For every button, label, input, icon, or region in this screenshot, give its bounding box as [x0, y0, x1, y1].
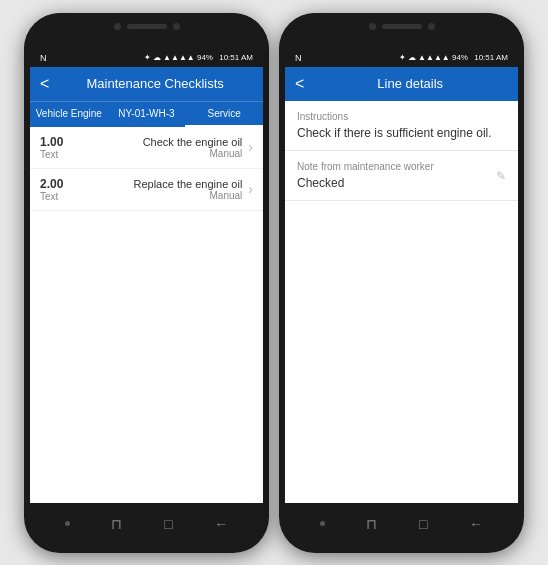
edit-icon[interactable]: ✎ — [496, 169, 506, 183]
chevron-1: › — [248, 139, 253, 155]
note-section: Note from maintenance worker Checked ✎ — [285, 151, 518, 201]
instructions-label: Instructions — [285, 101, 518, 124]
nav-dot-1 — [65, 521, 70, 526]
item-2-type: Text — [40, 191, 80, 202]
app-title-1: Maintenance Checklists — [57, 76, 253, 91]
recent-icon-2[interactable]: ⊓ — [366, 516, 377, 532]
camera-1 — [114, 23, 121, 30]
phone-bottom-1: ⊓ □ ← — [24, 503, 269, 545]
item-2-number: 2.00 — [40, 177, 80, 191]
status-time-1: 10:51 AM — [219, 53, 253, 62]
note-label: Note from maintenance worker — [285, 151, 518, 174]
item-2-desc: Replace the engine oil — [80, 178, 242, 190]
item-1-right: Check the engine oil Manual — [80, 136, 242, 159]
nav-dot-2 — [320, 521, 325, 526]
tab-vehicle-engine[interactable]: Vehicle Engine — [30, 102, 108, 127]
home-icon-2[interactable]: □ — [419, 516, 427, 532]
status-icons-1: ✦ ☁ ▲▲▲▲ 94% — [144, 53, 213, 62]
back-icon-2[interactable]: ← — [469, 516, 483, 532]
item-1-sub: Manual — [80, 148, 242, 159]
camera-4 — [428, 23, 435, 30]
item-2-right: Replace the engine oil Manual — [80, 178, 242, 201]
phone-1: N ✦ ☁ ▲▲▲▲ 94% 10:51 AM < Maintenance Ch… — [24, 13, 269, 553]
app-title-2: Line details — [312, 76, 508, 91]
app-header-1: < Maintenance Checklists — [30, 67, 263, 101]
chevron-2: › — [248, 181, 253, 197]
item-2-left: 2.00 Text — [40, 177, 80, 202]
phone-2: N ✦ ☁ ▲▲▲▲ 94% 10:51 AM < Line details I… — [279, 13, 524, 553]
speaker-1 — [127, 24, 167, 29]
content-area-2: Instructions Check if there is sufficien… — [285, 101, 518, 503]
status-left-2: N — [295, 53, 302, 63]
back-icon-1[interactable]: ← — [214, 516, 228, 532]
status-icon-2: N — [295, 53, 302, 63]
back-button-2[interactable]: < — [295, 75, 304, 93]
status-right-1: ✦ ☁ ▲▲▲▲ 94% 10:51 AM — [144, 53, 253, 62]
back-button-1[interactable]: < — [40, 75, 49, 93]
checklist-item-2[interactable]: 2.00 Text Replace the engine oil Manual … — [30, 169, 263, 211]
tab-service[interactable]: Service — [185, 102, 263, 127]
tab-ny-01-wh-3[interactable]: NY-01-WH-3 — [108, 102, 186, 127]
status-right-2: ✦ ☁ ▲▲▲▲ 94% 10:51 AM — [399, 53, 508, 62]
status-icons-2: ✦ ☁ ▲▲▲▲ 94% — [399, 53, 468, 62]
phone-screen-1: N ✦ ☁ ▲▲▲▲ 94% 10:51 AM < Maintenance Ch… — [30, 49, 263, 503]
item-1-desc: Check the engine oil — [80, 136, 242, 148]
item-1-type: Text — [40, 149, 80, 160]
item-1-number: 1.00 — [40, 135, 80, 149]
item-1-left: 1.00 Text — [40, 135, 80, 160]
speaker-2 — [382, 24, 422, 29]
camera-2 — [173, 23, 180, 30]
status-time-2: 10:51 AM — [474, 53, 508, 62]
status-bar-2: N ✦ ☁ ▲▲▲▲ 94% 10:51 AM — [285, 49, 518, 67]
item-2-sub: Manual — [80, 190, 242, 201]
home-icon-1[interactable]: □ — [164, 516, 172, 532]
instructions-section: Instructions Check if there is sufficien… — [285, 101, 518, 151]
content-area-1: 1.00 Text Check the engine oil Manual › … — [30, 127, 263, 503]
phone-bottom-2: ⊓ □ ← — [279, 503, 524, 545]
recent-icon-1[interactable]: ⊓ — [111, 516, 122, 532]
phone-screen-2: N ✦ ☁ ▲▲▲▲ 94% 10:51 AM < Line details I… — [285, 49, 518, 503]
phone-top-2 — [369, 23, 435, 30]
camera-3 — [369, 23, 376, 30]
phone-top-1 — [114, 23, 180, 30]
status-icon-1: N — [40, 53, 47, 63]
instructions-value: Check if there is sufficient engine oil. — [285, 124, 518, 151]
status-bar-1: N ✦ ☁ ▲▲▲▲ 94% 10:51 AM — [30, 49, 263, 67]
tab-header-1: Vehicle Engine NY-01-WH-3 Service — [30, 101, 263, 127]
checklist-item-1[interactable]: 1.00 Text Check the engine oil Manual › — [30, 127, 263, 169]
note-value[interactable]: Checked — [285, 174, 518, 201]
app-header-2: < Line details — [285, 67, 518, 101]
status-left-1: N — [40, 53, 47, 63]
